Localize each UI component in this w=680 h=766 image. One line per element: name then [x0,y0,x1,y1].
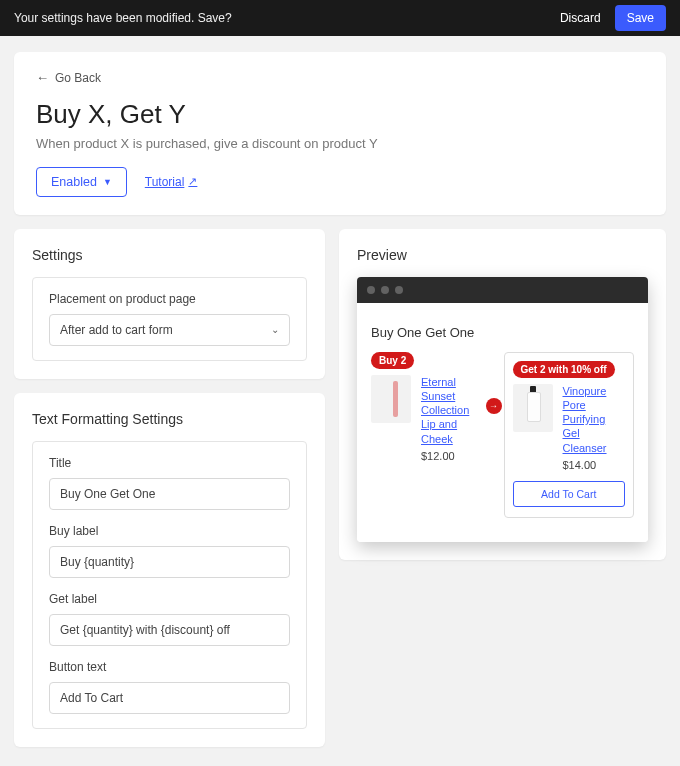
hero-card: ← Go Back Buy X, Get Y When product X is… [14,52,666,215]
preview-card: Preview Buy One Get One Buy 2 [339,229,666,560]
placement-value: After add to cart form [60,323,173,337]
save-notification-bar: Your settings have been modified. Save? … [0,0,680,36]
title-input[interactable] [49,478,290,510]
page-title: Buy X, Get Y [36,99,644,130]
arrow-left-icon: ← [36,71,49,84]
title-field-label: Title [49,456,290,470]
window-dot-icon [367,286,375,294]
get-badge: Get 2 with 10% off [513,361,615,378]
window-dot-icon [381,286,389,294]
product-b-link[interactable]: Vinopure Pore Purifying Gel Cleanser [563,384,626,455]
button-text-input[interactable] [49,682,290,714]
tutorial-link[interactable]: Tutorial ↗ [145,175,198,189]
product-a-block: Buy 2 Eternal Sunset Collection Lip and … [371,352,484,462]
settings-card: Settings Placement on product page After… [14,229,325,379]
product-a-thumbnail [371,375,411,423]
get-label-field-label: Get label [49,592,290,606]
add-to-cart-button[interactable]: Add To Cart [513,481,626,507]
product-a-price: $12.00 [421,450,484,462]
placement-select[interactable]: After add to cart form ⌄ [49,314,290,346]
product-b-card: Get 2 with 10% off Vinopure Pore Purifyi… [504,352,635,518]
go-back-link[interactable]: ← Go Back [36,71,101,85]
window-dot-icon [395,286,403,294]
discard-button[interactable]: Discard [554,5,607,31]
text-formatting-title: Text Formatting Settings [32,411,307,427]
preview-title: Preview [357,247,648,263]
placement-label: Placement on product page [49,292,290,306]
get-label-input[interactable] [49,614,290,646]
product-b-thumbnail [513,384,553,432]
buy-badge: Buy 2 [371,352,414,369]
external-link-icon: ↗ [188,175,197,188]
button-text-field-label: Button text [49,660,290,674]
enabled-label: Enabled [51,175,97,189]
arrow-right-circle-icon: → [486,398,502,414]
chevron-down-icon: ⌄ [271,324,279,335]
product-a-link[interactable]: Eternal Sunset Collection Lip and Cheek [421,375,484,446]
buy-label-field-label: Buy label [49,524,290,538]
page-subtitle: When product X is purchased, give a disc… [36,136,644,151]
settings-title: Settings [32,247,307,263]
go-back-label: Go Back [55,71,101,85]
buy-label-input[interactable] [49,546,290,578]
text-formatting-card: Text Formatting Settings Title Buy label… [14,393,325,747]
save-bar-message: Your settings have been modified. Save? [14,11,554,25]
enabled-dropdown-button[interactable]: Enabled ▼ [36,167,127,197]
browser-titlebar [357,277,648,303]
tutorial-label: Tutorial [145,175,185,189]
save-button[interactable]: Save [615,5,666,31]
offer-title: Buy One Get One [371,325,634,340]
caret-down-icon: ▼ [103,177,112,187]
preview-browser-frame: Buy One Get One Buy 2 Eternal Sunset Col… [357,277,648,542]
product-b-price: $14.00 [563,459,626,471]
